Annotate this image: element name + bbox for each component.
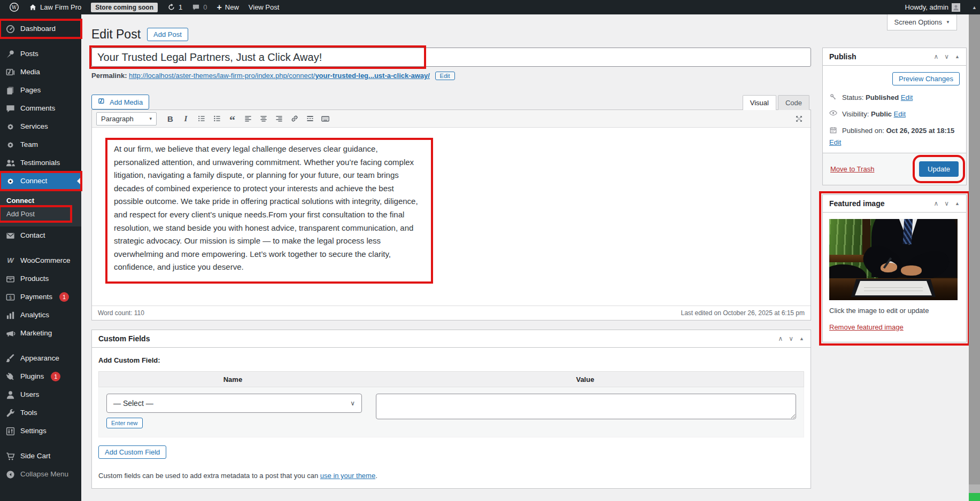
align-left-button[interactable] xyxy=(241,112,255,126)
add-post-button[interactable]: Add Post xyxy=(147,28,188,41)
sidebar-item-media[interactable]: Media xyxy=(0,63,81,81)
toggle-panel-icon[interactable]: ▲ xyxy=(955,201,960,206)
sidebar-item-label: Payments xyxy=(20,292,52,302)
post-body-text[interactable]: At our firm, we believe that every legal… xyxy=(105,138,433,284)
pushpin-icon xyxy=(5,49,16,59)
scroll-up-icon[interactable]: ▲ xyxy=(972,5,977,10)
sidebar-item-testimonials[interactable]: Testimonials xyxy=(0,154,81,172)
align-right-button[interactable] xyxy=(272,112,286,126)
move-up-icon[interactable]: ∧ xyxy=(778,335,783,342)
move-to-trash-link[interactable]: Move to Trash xyxy=(830,165,874,173)
sidebar-item-collapse-menu[interactable]: Collapse Menu xyxy=(0,465,81,483)
sidebar-item-plugins[interactable]: Plugins1 xyxy=(0,367,81,386)
chevron-down-icon: ▼ xyxy=(946,20,950,25)
move-up-icon[interactable]: ∧ xyxy=(933,200,938,207)
sidebar-item-marketing[interactable]: Marketing xyxy=(0,324,81,342)
sidebar-item-settings[interactable]: Settings xyxy=(0,422,81,440)
site-name: Law Firm Pro xyxy=(40,3,81,11)
bold-icon: B xyxy=(167,114,173,123)
wordpress-logo-icon[interactable]: W xyxy=(4,0,24,14)
sidebar-item-tools[interactable]: Tools xyxy=(0,404,81,422)
connect-submenu: ConnectAdd Post xyxy=(0,190,81,226)
site-name-menu[interactable]: Law Firm Pro xyxy=(24,0,86,14)
toggle-panel-icon[interactable]: ▲ xyxy=(799,336,804,341)
add-custom-field-button[interactable]: Add Custom Field xyxy=(98,445,166,459)
screen-options-button[interactable]: Screen Options ▼ xyxy=(887,14,957,30)
editor-canvas[interactable]: At our firm, we believe that every legal… xyxy=(92,128,811,306)
remove-featured-image-link[interactable]: Remove featured image xyxy=(829,323,904,331)
sidebar-item-contact[interactable]: Contact xyxy=(0,226,81,245)
edit-permalink-button[interactable]: Edit xyxy=(435,72,455,80)
sidebar-item-analytics[interactable]: Analytics xyxy=(0,306,81,324)
key-icon xyxy=(829,93,837,100)
custom-field-value-textarea[interactable] xyxy=(376,394,796,419)
sidebar-item-pages[interactable]: Pages xyxy=(0,81,81,99)
move-down-icon[interactable]: ∨ xyxy=(789,335,793,342)
sidebar-item-products[interactable]: Products xyxy=(0,270,81,288)
preview-changes-button[interactable]: Preview Changes xyxy=(892,72,960,85)
name-column-header: Name xyxy=(99,375,367,383)
sidebar-item-label: Testimonials xyxy=(20,158,60,168)
toggle-panel-icon[interactable]: ▲ xyxy=(955,54,960,59)
fullscreen-button[interactable] xyxy=(792,112,806,126)
permalink-link[interactable]: http://localhost/aster-themes/law-firm-p… xyxy=(129,72,430,80)
use-in-theme-link[interactable]: use in your theme xyxy=(320,472,375,480)
featured-image-preview[interactable] xyxy=(829,219,958,300)
paragraph-format-dropdown[interactable]: Paragraph ▾ xyxy=(96,112,157,126)
tab-code[interactable]: Code xyxy=(778,95,809,110)
sidebar-item-appearance[interactable]: Appearance xyxy=(0,349,81,367)
permalink-label: Permalink: xyxy=(91,72,127,80)
account-menu[interactable]: Howdy, admin xyxy=(900,3,965,12)
align-center-button[interactable] xyxy=(256,112,271,126)
align-center-icon xyxy=(259,114,268,123)
numbered-list-button[interactable] xyxy=(210,112,224,126)
scrollbar-thumb[interactable] xyxy=(969,14,980,484)
new-content-menu[interactable]: + New xyxy=(212,0,243,14)
read-more-button[interactable] xyxy=(303,112,317,126)
sidebar-item-comments[interactable]: Comments xyxy=(0,99,81,118)
sidebar-item-side-cart[interactable]: Side Cart xyxy=(0,447,81,465)
italic-button[interactable]: I xyxy=(179,112,193,126)
sidebar-item-connect[interactable]: Connect xyxy=(0,172,81,190)
edit-visibility-link[interactable]: Edit xyxy=(894,110,906,118)
sidebar-item-services[interactable]: Services xyxy=(0,118,81,136)
main-content: Screen Options ▼ Edit Post Add Post Perm… xyxy=(81,14,969,501)
sidebar-item-label: Services xyxy=(20,122,48,131)
sidebar-item-woocommerce[interactable]: WWooCommerce xyxy=(0,252,81,270)
submenu-title-connect[interactable]: Connect xyxy=(0,194,81,207)
editor-toolbar: Paragraph ▾ BI“ xyxy=(92,110,811,128)
updates-menu[interactable]: 1 xyxy=(163,0,187,14)
custom-fields-help: Custom fields can be used to add extra m… xyxy=(98,472,804,480)
bold-button[interactable]: B xyxy=(163,112,178,126)
move-down-icon[interactable]: ∨ xyxy=(944,53,949,60)
move-down-icon[interactable]: ∨ xyxy=(944,200,949,207)
enter-new-button[interactable]: Enter new xyxy=(106,418,143,428)
sidebar-item-dashboard[interactable]: Dashboard xyxy=(0,20,81,38)
sidebar-item-users[interactable]: Users xyxy=(0,386,81,404)
post-title-input[interactable] xyxy=(91,48,811,67)
sidebar-item-team[interactable]: Team xyxy=(0,136,81,154)
sidebar-item-payments[interactable]: $Payments1 xyxy=(0,288,81,306)
link-button[interactable] xyxy=(287,112,302,126)
dashboard-gauge-icon xyxy=(5,24,16,34)
custom-field-name-select[interactable]: — Select — ∨ xyxy=(106,394,362,413)
megaphone-icon xyxy=(5,328,16,339)
add-media-button[interactable]: Add Media xyxy=(91,95,149,109)
update-button[interactable]: Update xyxy=(919,161,959,177)
blockquote-button[interactable]: “ xyxy=(225,112,240,126)
comments-menu[interactable]: 0 xyxy=(187,0,212,14)
tab-visual[interactable]: Visual xyxy=(743,95,776,110)
publish-title: Publish xyxy=(829,52,856,61)
move-up-icon[interactable]: ∧ xyxy=(933,53,938,60)
page-scrollbar[interactable]: ▲ xyxy=(969,0,980,501)
sidebar-item-label: Appearance xyxy=(20,354,59,363)
edit-published-date-link[interactable]: Edit xyxy=(829,138,841,146)
view-post-link[interactable]: View Post xyxy=(244,0,284,14)
sidebar-item-label: Side Cart xyxy=(20,451,50,461)
sidebar-item-posts[interactable]: Posts xyxy=(0,45,81,63)
keyboard-button[interactable] xyxy=(318,112,333,126)
edit-status-link[interactable]: Edit xyxy=(901,93,913,101)
bullet-list-button[interactable] xyxy=(194,112,209,126)
status-value: Published xyxy=(866,93,899,101)
submenu-item-add-post[interactable]: Add Post xyxy=(0,207,71,221)
